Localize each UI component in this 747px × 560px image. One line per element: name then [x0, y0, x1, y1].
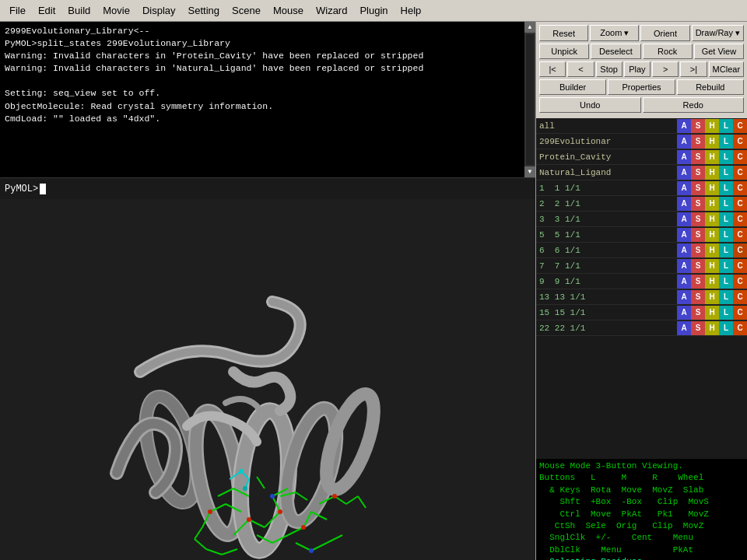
obj-btn-s-299ev[interactable]: S	[691, 135, 705, 149]
obj-btn-c-all[interactable]: C	[733, 119, 747, 133]
last-frame-button[interactable]: >|	[680, 61, 707, 77]
obj-btn-h-s2[interactable]: H	[705, 197, 719, 211]
obj-btn-s-s15[interactable]: S	[691, 306, 705, 320]
obj-btn-s-protein[interactable]: S	[691, 150, 705, 164]
obj-btn-l-s2[interactable]: L	[719, 197, 733, 211]
obj-btn-a-s15[interactable]: A	[677, 306, 691, 320]
orient-button[interactable]: Orient	[640, 25, 689, 41]
obj-btn-h-s3[interactable]: H	[705, 212, 719, 226]
obj-btn-l-s13[interactable]: L	[719, 290, 733, 304]
menu-help[interactable]: Help	[395, 3, 428, 18]
obj-btn-c-s2[interactable]: C	[733, 197, 747, 211]
obj-btn-l-s15[interactable]: L	[719, 306, 733, 320]
obj-btn-a-299ev[interactable]: A	[677, 135, 691, 149]
menu-setting[interactable]: Setting	[182, 3, 226, 18]
menu-plugin[interactable]: Plugin	[353, 3, 394, 18]
viewport[interactable]	[0, 199, 535, 560]
next-frame-button[interactable]: >	[652, 61, 679, 77]
obj-btn-c-s13[interactable]: C	[733, 290, 747, 304]
obj-btn-l-299ev[interactable]: L	[719, 135, 733, 149]
menu-mouse[interactable]: Mouse	[267, 3, 310, 18]
obj-btn-a-protein[interactable]: A	[677, 150, 691, 164]
drawray-button[interactable]: Draw/Ray ▾	[692, 25, 744, 41]
obj-btn-l-s3[interactable]: L	[719, 212, 733, 226]
obj-btn-h-protein[interactable]: H	[705, 150, 719, 164]
prev-frame-button[interactable]: <	[567, 61, 594, 77]
obj-btn-a-s13[interactable]: A	[677, 290, 691, 304]
first-frame-button[interactable]: |<	[539, 61, 566, 77]
menu-movie[interactable]: Movie	[96, 3, 136, 18]
menu-file[interactable]: File	[3, 3, 32, 18]
obj-btn-s-s13[interactable]: S	[691, 290, 705, 304]
obj-btn-h-s6[interactable]: H	[705, 243, 719, 257]
obj-btn-l-protein[interactable]: L	[719, 150, 733, 164]
obj-btn-s-s9[interactable]: S	[691, 275, 705, 289]
obj-btn-c-s7[interactable]: C	[733, 259, 747, 273]
obj-btn-c-ligand[interactable]: C	[733, 166, 747, 180]
obj-btn-h-s13[interactable]: H	[705, 290, 719, 304]
obj-btn-c-s3[interactable]: C	[733, 212, 747, 226]
obj-btn-l-s1[interactable]: L	[719, 181, 733, 195]
obj-btn-s-all[interactable]: S	[691, 119, 705, 133]
obj-btn-h-s7[interactable]: H	[705, 259, 719, 273]
obj-btn-a-s3[interactable]: A	[677, 212, 691, 226]
obj-btn-s-s5[interactable]: S	[691, 228, 705, 242]
redo-button[interactable]: Redo	[643, 97, 745, 113]
obj-btn-s-s6[interactable]: S	[691, 243, 705, 257]
command-line[interactable]: PyMOL>	[0, 177, 535, 199]
play-button[interactable]: Play	[624, 61, 651, 77]
obj-btn-l-s7[interactable]: L	[719, 259, 733, 273]
obj-btn-h-299ev[interactable]: H	[705, 135, 719, 149]
stop-button[interactable]: Stop	[596, 61, 622, 77]
obj-btn-a-s7[interactable]: A	[677, 259, 691, 273]
obj-btn-s-s7[interactable]: S	[691, 259, 705, 273]
rock-button[interactable]: Rock	[643, 44, 693, 59]
obj-btn-l-all[interactable]: L	[719, 119, 733, 133]
zoom-button[interactable]: Zoom ▾	[590, 25, 639, 41]
obj-btn-a-s9[interactable]: A	[677, 275, 691, 289]
obj-btn-c-s15[interactable]: C	[733, 306, 747, 320]
obj-btn-h-all[interactable]: H	[705, 119, 719, 133]
obj-btn-l-s9[interactable]: L	[719, 275, 733, 289]
obj-btn-l-ligand[interactable]: L	[719, 166, 733, 180]
unpick-button[interactable]: Unpick	[539, 44, 589, 59]
obj-btn-h-s15[interactable]: H	[705, 306, 719, 320]
obj-btn-a-s6[interactable]: A	[677, 243, 691, 257]
obj-btn-a-s2[interactable]: A	[677, 197, 691, 211]
obj-btn-a-s1[interactable]: A	[677, 181, 691, 195]
obj-btn-s-s2[interactable]: S	[691, 197, 705, 211]
deselect-button[interactable]: Deselect	[591, 44, 640, 59]
menu-build[interactable]: Build	[61, 3, 96, 18]
obj-btn-c-s9[interactable]: C	[733, 275, 747, 289]
getview-button[interactable]: Get View	[694, 44, 744, 59]
obj-btn-a-s22[interactable]: A	[677, 321, 691, 335]
obj-btn-c-protein[interactable]: C	[733, 150, 747, 164]
menu-wizard[interactable]: Wizard	[310, 3, 353, 18]
menu-display[interactable]: Display	[136, 3, 182, 18]
obj-btn-c-s5[interactable]: C	[733, 228, 747, 242]
obj-btn-h-ligand[interactable]: H	[705, 166, 719, 180]
obj-btn-a-all[interactable]: A	[677, 119, 691, 133]
obj-btn-c-s22[interactable]: C	[733, 321, 747, 335]
undo-button[interactable]: Undo	[539, 97, 641, 113]
obj-btn-a-s5[interactable]: A	[677, 228, 691, 242]
scroll-up-btn[interactable]: ▲	[524, 22, 535, 33]
obj-btn-s-s3[interactable]: S	[691, 212, 705, 226]
obj-btn-s-ligand[interactable]: S	[691, 166, 705, 180]
properties-button[interactable]: Properties	[608, 79, 675, 95]
rebuild-button[interactable]: Rebuild	[677, 79, 744, 95]
obj-btn-h-s9[interactable]: H	[705, 275, 719, 289]
terminal-scrollbar[interactable]: ▲ ▼	[524, 22, 535, 177]
obj-btn-a-ligand[interactable]: A	[677, 166, 691, 180]
obj-btn-h-s5[interactable]: H	[705, 228, 719, 242]
obj-btn-l-s22[interactable]: L	[719, 321, 733, 335]
obj-btn-s-s22[interactable]: S	[691, 321, 705, 335]
reset-button[interactable]: Reset	[539, 25, 588, 41]
obj-btn-s-s1[interactable]: S	[691, 181, 705, 195]
obj-btn-h-s1[interactable]: H	[705, 181, 719, 195]
obj-btn-c-s1[interactable]: C	[733, 181, 747, 195]
obj-btn-c-299ev[interactable]: C	[733, 135, 747, 149]
obj-btn-h-s22[interactable]: H	[705, 321, 719, 335]
obj-btn-l-s5[interactable]: L	[719, 228, 733, 242]
menu-edit[interactable]: Edit	[32, 3, 61, 18]
